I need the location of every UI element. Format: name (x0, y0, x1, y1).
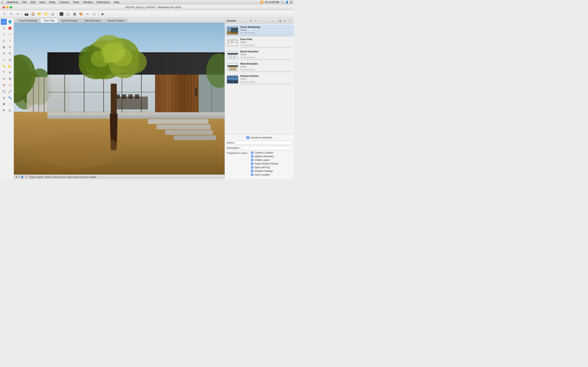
scene-item-kitchen[interactable]: Kitchen Section Photo: No Description (225, 73, 294, 86)
section-cut-tool[interactable]: ✕ (1, 76, 7, 82)
text-tool[interactable]: T (1, 69, 7, 75)
freehand-tool[interactable]: 〰 (7, 31, 13, 38)
style-checkbox[interactable] (251, 166, 253, 169)
scene-up-icon[interactable]: ↑ (266, 19, 270, 23)
tool-group-extra: ⊠ ⋯ (1, 101, 13, 107)
dim-tool[interactable]: A (7, 69, 13, 75)
color-tool[interactable]: 🔴 (7, 25, 13, 31)
tab-west-elevation[interactable]: West Elevation (81, 19, 104, 23)
pan-tool[interactable]: ⊙ (7, 82, 13, 88)
scene-options-icon[interactable]: ▷ (283, 19, 287, 23)
user-status-icon: 👤 (21, 175, 24, 178)
circle-tool[interactable]: ○ (7, 38, 13, 44)
position-tool[interactable]: ⊠ (1, 101, 7, 107)
menu-draw[interactable]: Draw (48, 0, 57, 4)
visible-checkbox[interactable] (251, 159, 253, 161)
menu-extensions[interactable]: Extensions (95, 0, 112, 4)
rect-tool[interactable]: ▭ (1, 38, 7, 44)
orbit-tool[interactable]: ⊕ (1, 82, 7, 88)
fullscreen-button[interactable] (10, 6, 12, 8)
scene-item-west[interactable]: West Elevation Photo: No Description (225, 61, 294, 73)
menu-icon: ☰ (290, 1, 292, 4)
refresh-icon[interactable]: ↻ (249, 19, 253, 23)
smooth-tool[interactable]: ◫ (7, 107, 13, 113)
push-tool[interactable]: ⊞ (1, 44, 7, 50)
camera-btn[interactable]: 📷 (24, 11, 30, 17)
scene-down-icon[interactable]: ↓ (271, 19, 275, 23)
tool-group-erase: ◻ 🔴 (1, 25, 13, 31)
scene-expand-icon[interactable]: ⬡ (288, 19, 292, 23)
close-button[interactable] (2, 6, 5, 8)
look-around-tool[interactable]: ◎ (1, 95, 7, 101)
remove-scene-icon[interactable]: − (259, 19, 263, 23)
tape-tool[interactable]: 📏 (1, 63, 7, 69)
tool-group-select: ↖ 🪣 (1, 19, 13, 25)
shadow-checkbox[interactable] (251, 170, 253, 172)
home-btn[interactable]: 🏠 (30, 11, 36, 17)
tab-floor-plan[interactable]: Floor Plan (41, 19, 58, 23)
scene-item-north[interactable]: North Elevation Photo: No Description (225, 49, 294, 61)
hide-tool[interactable]: 👁 (1, 107, 7, 113)
move-tool[interactable]: ✛ (1, 50, 7, 57)
scene-view-icon[interactable]: ⊞ (278, 19, 282, 23)
cursor-btn[interactable]: ▶ (100, 11, 106, 17)
section-btn[interactable]: ▣ (71, 11, 78, 17)
paint-btn[interactable]: 🎨 (78, 11, 84, 17)
scene-item-floorplan[interactable]: Floor Plan Photo: No Description (225, 37, 294, 49)
camera-checkbox[interactable] (251, 151, 253, 154)
menu-help[interactable]: Help (112, 0, 121, 4)
menu-sketchup[interactable]: SketchUp (5, 0, 20, 4)
paint-tool[interactable]: 🪣 (7, 19, 13, 25)
axes-checkbox[interactable] (251, 174, 253, 176)
tag-btn[interactable]: ⬡ (91, 11, 97, 17)
zoom-window-tool[interactable]: 🔎 (7, 88, 13, 94)
hidden-checkbox[interactable] (251, 155, 253, 158)
menu-camera[interactable]: Camera (58, 0, 70, 4)
tab-kitchen-section[interactable]: Kitchen Section (104, 19, 127, 23)
checkbox-camera: Camera Location (251, 151, 278, 154)
settings-icon[interactable]: ⚙ (16, 175, 17, 178)
folder-open-btn[interactable]: 📂 (36, 11, 43, 17)
menu-view[interactable]: View (38, 0, 47, 4)
menu-file[interactable]: File (21, 0, 28, 4)
line-tool[interactable]: ╱ (1, 31, 7, 38)
angle-tool[interactable]: 📐 (7, 63, 13, 69)
layers-btn[interactable]: ≡ (85, 11, 91, 17)
help-icon[interactable]: ❓ (25, 175, 28, 178)
walk-tool[interactable]: 🐾 (7, 95, 13, 101)
hidden-label: Hidden Geometry (255, 155, 274, 158)
erase-tool[interactable]: ◻ (1, 25, 7, 31)
cube2-btn[interactable]: ◻ (65, 11, 71, 17)
scene-desc-kitchen: No Description (240, 81, 292, 83)
animate-checkbox[interactable] (246, 136, 249, 139)
menu-edit[interactable]: Edit (29, 0, 37, 4)
follow-tool[interactable]: ⊙ (7, 44, 13, 50)
info-icon[interactable]: ℹ (19, 175, 20, 178)
offset-tool[interactable]: ⊡ (7, 57, 13, 63)
scene-sub-west: Photo: (240, 66, 292, 68)
folder-btn[interactable]: 📁 (43, 11, 49, 17)
menu-window[interactable]: Window (82, 0, 94, 4)
zoom-tool[interactable]: 🔍 (1, 88, 7, 94)
desc-input[interactable] (241, 146, 292, 150)
rotate-tool[interactable]: ↻ (7, 50, 13, 57)
scale-tool[interactable]: ⤡ (1, 57, 7, 63)
select-tool[interactable]: ↖ (1, 19, 7, 25)
add-scene-icon[interactable]: + (254, 19, 258, 23)
select-arrow-btn[interactable]: ↖ (2, 11, 8, 17)
3d-viewport[interactable] (14, 23, 225, 175)
toolbar-sep-3 (98, 12, 99, 16)
sandbox-tool[interactable]: ⋯ (7, 101, 13, 107)
print-btn[interactable]: 🖨 (50, 11, 56, 17)
minimize-button[interactable] (6, 6, 9, 8)
tab-north-elevation[interactable]: North Elevation (58, 19, 81, 23)
cube-btn[interactable]: ⬛ (58, 11, 65, 17)
name-input[interactable] (236, 141, 292, 145)
axes-tool[interactable]: ⊕ (7, 76, 13, 82)
menu-tools[interactable]: Tools (71, 0, 81, 4)
scene-item-cover[interactable]: Cover Rendering Photo: No Description (225, 25, 294, 37)
section-checkbox[interactable] (251, 162, 253, 165)
tab-cover-rendering[interactable]: Cover Rendering (16, 19, 40, 23)
undo-btn[interactable]: ↩ (8, 11, 14, 17)
redo-btn[interactable]: ↪ (15, 11, 21, 17)
